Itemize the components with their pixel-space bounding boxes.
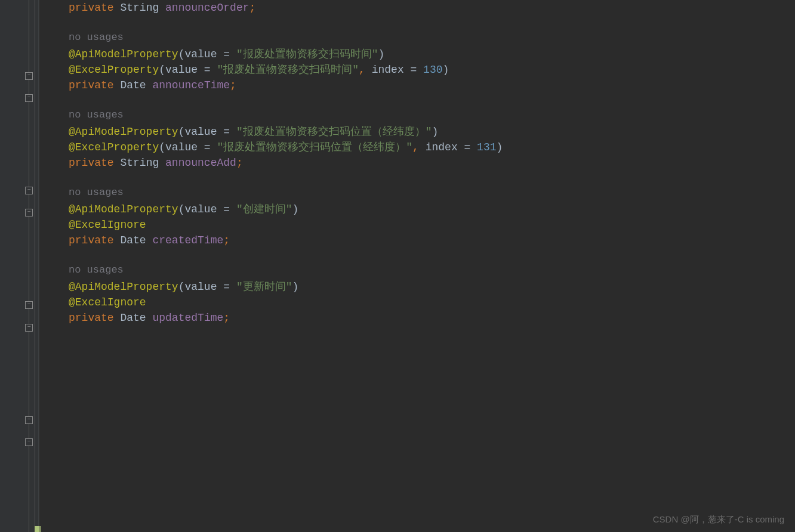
equals: =: [198, 64, 217, 76]
field-name: createdTime: [152, 234, 223, 246]
paren: (: [159, 141, 165, 153]
annotation: @ExcelIgnore: [69, 296, 146, 308]
type: String: [120, 157, 159, 169]
param: index: [372, 64, 404, 76]
fold-minus-icon[interactable]: −: [25, 438, 33, 446]
usage-hint[interactable]: no usages: [69, 93, 795, 124]
editor-container: − − − − − − − − private String announceO…: [0, 0, 795, 532]
gutter: − − − − − − − −: [0, 0, 39, 532]
code-line[interactable]: @ExcelProperty(value = "报废处置物资移交扫码位置（经纬度…: [69, 140, 795, 155]
field-name: updatedTime: [152, 312, 223, 324]
equals: =: [404, 64, 423, 76]
semicolon: ;: [249, 2, 256, 14]
semicolon: ;: [223, 312, 230, 324]
code-line[interactable]: @ExcelIgnore: [69, 217, 795, 233]
code-line[interactable]: @ApiModelProperty(value = "报废处置物资移交扫码位置（…: [69, 124, 795, 140]
paren: (: [159, 64, 165, 76]
field-name: announceOrder: [165, 2, 249, 14]
code-line[interactable]: @ExcelProperty(value = "报废处置物资移交扫码时间", i…: [69, 62, 795, 78]
string-literal: "报废处置物资移交扫码位置（经纬度）": [217, 141, 412, 153]
fold-minus-icon[interactable]: −: [25, 324, 33, 332]
param: value: [165, 141, 198, 153]
equals: =: [198, 141, 217, 153]
type: Date: [120, 79, 146, 91]
code-line[interactable]: @ExcelIgnore: [69, 295, 795, 310]
equals: =: [217, 203, 236, 215]
code-line[interactable]: private String announceAdd;: [69, 155, 795, 171]
paren: ): [432, 126, 438, 138]
annotation: @ApiModelProperty: [69, 48, 178, 60]
type: [114, 2, 121, 14]
string-literal: "创建时间": [236, 203, 292, 215]
code-area[interactable]: private String announceOrder; no usages …: [39, 0, 795, 532]
string-literal: "报废处置物资移交扫码位置（经纬度）": [236, 126, 432, 138]
fold-guide-line-inner: [35, 0, 35, 532]
paren: ): [292, 281, 298, 293]
code-line[interactable]: private Date createdTime;: [69, 233, 795, 248]
param: value: [184, 126, 217, 138]
paren: ): [497, 141, 503, 153]
paren: ): [292, 203, 298, 215]
keyword-private: private: [69, 234, 114, 246]
semicolon: ;: [236, 157, 243, 169]
semicolon: ;: [223, 234, 230, 246]
code-line[interactable]: @ApiModelProperty(value = "报废处置物资移交扫码时间"…: [69, 47, 795, 62]
code-line[interactable]: @ApiModelProperty(value = "更新时间"): [69, 279, 795, 295]
equals: =: [458, 141, 477, 153]
comma: ,: [412, 141, 426, 153]
paren: ): [378, 48, 384, 60]
type: Date: [120, 234, 146, 246]
annotation: @ApiModelProperty: [69, 126, 178, 138]
annotation: @ExcelProperty: [69, 141, 159, 153]
keyword-private: private: [69, 2, 114, 14]
usage-hint[interactable]: no usages: [69, 171, 795, 202]
semicolon: ;: [230, 79, 236, 91]
code-line[interactable]: @ApiModelProperty(value = "创建时间"): [69, 202, 795, 217]
paren: (: [178, 281, 185, 293]
annotation: @ApiModelProperty: [69, 203, 178, 215]
equals: =: [217, 281, 236, 293]
type: String: [120, 2, 159, 14]
param: value: [184, 48, 217, 60]
equals: =: [217, 126, 236, 138]
param: index: [426, 141, 458, 153]
field-name: announceTime: [152, 79, 230, 91]
fold-minus-icon[interactable]: −: [25, 187, 33, 194]
code-line[interactable]: private Date announceTime;: [69, 78, 795, 93]
code-line[interactable]: private Date updatedTime;: [69, 310, 795, 326]
watermark-text: CSDN @阿，葱来了-C is coming: [653, 513, 784, 526]
annotation: @ApiModelProperty: [69, 281, 178, 293]
space: [159, 2, 165, 14]
code-line[interactable]: private String announceOrder;: [69, 0, 795, 16]
keyword-private: private: [69, 79, 114, 91]
number-literal: 131: [477, 141, 496, 153]
fold-minus-icon[interactable]: −: [25, 72, 33, 80]
string-literal: "报废处置物资移交扫码时间": [236, 48, 378, 60]
number-literal: 130: [423, 64, 442, 76]
usage-hint[interactable]: no usages: [69, 248, 795, 279]
keyword-private: private: [69, 157, 114, 169]
usage-hint[interactable]: no usages: [69, 16, 795, 47]
annotation: @ExcelProperty: [69, 64, 159, 76]
paren: (: [178, 203, 185, 215]
fold-minus-icon[interactable]: −: [25, 416, 33, 424]
fold-minus-icon[interactable]: −: [25, 301, 33, 309]
type: Date: [120, 312, 146, 324]
param: value: [165, 64, 198, 76]
fold-minus-icon[interactable]: −: [25, 94, 33, 102]
keyword-private: private: [69, 312, 114, 324]
equals: =: [217, 48, 236, 60]
param: value: [184, 203, 217, 215]
string-literal: "报废处置物资移交扫码时间": [217, 64, 359, 76]
comma: ,: [359, 64, 372, 76]
fold-minus-icon[interactable]: −: [25, 209, 33, 216]
paren: (: [178, 126, 185, 138]
paren: ): [443, 64, 449, 76]
param: value: [184, 281, 217, 293]
annotation: @ExcelIgnore: [69, 219, 146, 231]
field-name: announceAdd: [165, 157, 236, 169]
indent-guide: [39, 0, 39, 532]
string-literal: "更新时间": [236, 281, 292, 293]
paren: (: [178, 48, 185, 60]
